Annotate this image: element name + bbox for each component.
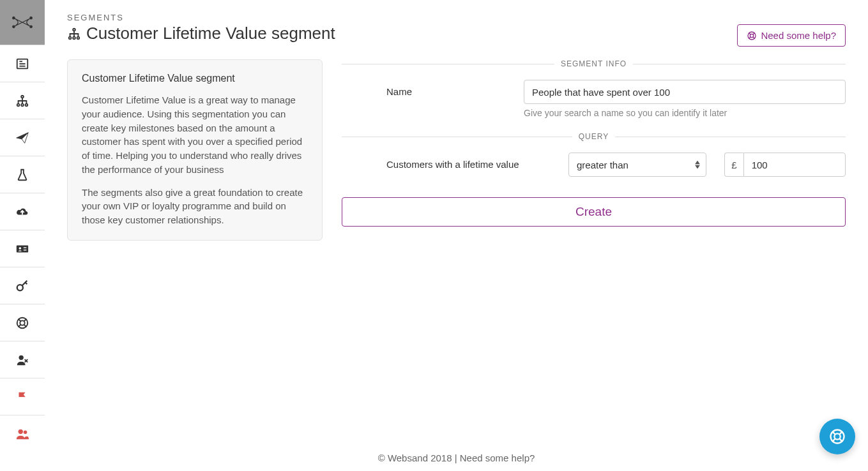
- page-title: Customer Lifetime Value segment: [67, 24, 335, 43]
- svg-point-11: [26, 103, 28, 106]
- svg-line-38: [832, 431, 835, 435]
- svg-point-28: [73, 36, 75, 39]
- info-card-title: Customer Lifetime Value segment: [82, 73, 308, 84]
- svg-line-35: [753, 37, 755, 39]
- help-button[interactable]: Need some help?: [737, 24, 846, 47]
- svg-line-22: [24, 324, 27, 327]
- sidebar: [0, 0, 45, 471]
- svg-point-18: [20, 320, 24, 325]
- svg-point-31: [750, 34, 754, 37]
- query-legend: QUERY: [572, 132, 615, 141]
- breadcrumb: SEGMENTS: [67, 13, 335, 22]
- nav-segments[interactable]: [0, 82, 45, 119]
- help-button-label: Need some help?: [761, 30, 836, 41]
- name-label: Name: [342, 80, 511, 97]
- nav-flag[interactable]: [0, 378, 45, 415]
- svg-point-9: [17, 103, 20, 106]
- segment-info-legend: SEGMENT INFO: [554, 59, 633, 68]
- info-card: Customer Lifetime Value segment Customer…: [67, 59, 323, 241]
- nav-send[interactable]: [0, 119, 45, 156]
- help-fab[interactable]: [819, 419, 855, 454]
- svg-line-34: [749, 37, 751, 39]
- svg-line-33: [753, 33, 755, 34]
- segment-info-fieldset: SEGMENT INFO Name Give your search a nam…: [342, 59, 846, 132]
- create-button[interactable]: Create: [342, 197, 846, 227]
- nav-remove-user[interactable]: [0, 341, 45, 378]
- logo-icon: [11, 11, 33, 33]
- svg-line-39: [840, 431, 843, 435]
- name-hint: Give your search a name so you can ident…: [524, 108, 846, 118]
- amount-input[interactable]: [743, 153, 846, 177]
- svg-line-20: [24, 318, 27, 321]
- svg-line-32: [749, 33, 751, 34]
- key-icon: [15, 279, 29, 293]
- comparator-select[interactable]: greater than: [568, 153, 706, 177]
- flask-icon: [15, 168, 29, 182]
- nav-cards[interactable]: [0, 230, 45, 267]
- svg-point-23: [19, 355, 24, 359]
- svg-point-13: [19, 247, 22, 250]
- footer: © Websand 2018 | Need some help?: [45, 442, 868, 471]
- nav-experiments[interactable]: [0, 156, 45, 193]
- id-card-icon: [15, 242, 29, 256]
- nav-logo[interactable]: [0, 0, 45, 45]
- svg-line-21: [19, 324, 21, 327]
- nav-keys[interactable]: [0, 267, 45, 304]
- svg-line-19: [19, 318, 21, 321]
- name-input[interactable]: [524, 80, 846, 104]
- query-field-label: Customers with a lifetime value: [342, 153, 556, 170]
- info-card-paragraph-2: The segments also give a great foundatio…: [82, 186, 308, 227]
- nav-support[interactable]: [0, 304, 45, 341]
- svg-rect-12: [17, 245, 28, 252]
- sitemap-icon: [15, 94, 29, 108]
- nav-dashboard[interactable]: [0, 45, 45, 82]
- svg-point-29: [77, 36, 80, 39]
- query-fieldset: QUERY Customers with a lifetime value gr…: [342, 132, 846, 191]
- nav-uploads[interactable]: [0, 193, 45, 230]
- info-card-paragraph-1: Customer Lifetime Value is a great way t…: [82, 93, 308, 177]
- svg-line-40: [832, 439, 835, 442]
- svg-point-24: [19, 429, 23, 433]
- life-ring-icon: [15, 316, 29, 330]
- nav-team[interactable]: [0, 415, 45, 452]
- currency-symbol: £: [724, 153, 743, 177]
- cloud-upload-icon: [15, 205, 29, 219]
- svg-point-37: [834, 433, 840, 439]
- life-ring-icon: [828, 428, 846, 445]
- users-icon: [15, 427, 29, 441]
- user-x-icon: [15, 353, 29, 367]
- svg-point-26: [73, 28, 75, 31]
- flag-icon: [15, 390, 29, 404]
- svg-point-10: [21, 103, 24, 106]
- svg-point-8: [21, 95, 24, 98]
- life-ring-icon: [747, 31, 757, 41]
- main-content: SEGMENTS Customer Lifetime Value segment: [45, 0, 868, 471]
- svg-point-25: [24, 430, 27, 434]
- newspaper-icon: [15, 57, 29, 71]
- page-title-text: Customer Lifetime Value segment: [86, 24, 335, 43]
- svg-point-27: [69, 36, 72, 39]
- svg-line-41: [840, 439, 843, 442]
- paper-plane-icon: [15, 131, 29, 145]
- sitemap-icon: [67, 27, 81, 41]
